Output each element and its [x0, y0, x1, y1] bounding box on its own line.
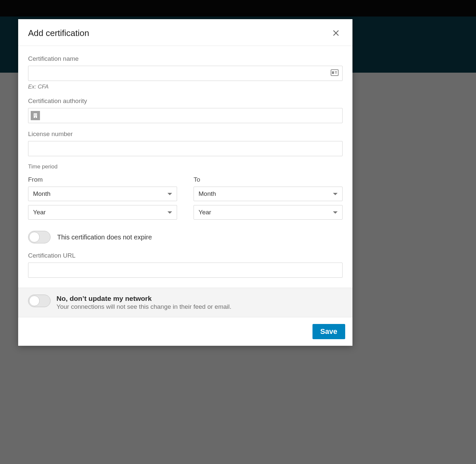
save-button[interactable]: Save — [312, 324, 345, 339]
to-year-select[interactable]: Year — [194, 205, 343, 220]
chevron-down-icon — [333, 193, 338, 195]
certification-authority-input-wrap — [28, 108, 343, 123]
from-column: From Month Year — [28, 176, 177, 224]
certification-name-hint: Ex: CFA — [28, 84, 343, 90]
certification-url-label: Certification URL — [28, 252, 343, 259]
to-month-select[interactable]: Month — [194, 187, 343, 201]
from-month-value: Month — [33, 190, 51, 197]
time-period-label: Time period — [28, 163, 343, 170]
certification-authority-field: Certification authority — [28, 97, 343, 123]
svg-rect-10 — [36, 115, 36, 116]
modal-header: Add certification — [18, 19, 352, 46]
license-number-field: License number — [28, 130, 343, 156]
network-update-head: No, don’t update my network — [56, 295, 232, 303]
toggle-knob — [29, 232, 40, 242]
network-update-text: No, don’t update my network Your connect… — [56, 295, 232, 310]
modal-title: Add certification — [28, 28, 89, 38]
network-update-toggle[interactable] — [28, 295, 51, 307]
to-year-value: Year — [199, 209, 211, 216]
license-number-input[interactable] — [28, 141, 343, 156]
certification-name-field: Certification name Ex: CFA — [28, 55, 343, 90]
certification-name-input-wrap — [28, 66, 343, 81]
chevron-down-icon — [333, 211, 338, 214]
svg-rect-9 — [34, 115, 35, 116]
from-year-value: Year — [33, 209, 46, 216]
time-period-row: From Month Year To Month — [28, 176, 343, 224]
no-expire-toggle[interactable] — [28, 231, 51, 243]
no-expire-label: This certification does not expire — [57, 233, 152, 241]
no-expire-row: This certification does not expire — [28, 231, 343, 243]
to-label: To — [194, 176, 343, 183]
to-column: To Month Year — [194, 176, 343, 224]
svg-rect-3 — [332, 71, 334, 74]
network-update-section: No, don’t update my network Your connect… — [18, 288, 352, 317]
close-button[interactable] — [329, 26, 343, 40]
building-icon — [31, 111, 40, 120]
modal-body: Certification name Ex: CFA Certification… — [18, 46, 352, 288]
certification-name-input[interactable] — [28, 66, 343, 81]
close-icon — [332, 29, 340, 37]
certification-authority-input[interactable] — [28, 108, 343, 123]
svg-rect-8 — [36, 114, 36, 115]
chevron-down-icon — [167, 211, 172, 214]
network-update-sub: Your connections will not see this chang… — [56, 303, 232, 310]
from-year-select[interactable]: Year — [28, 205, 177, 220]
certification-authority-label: Certification authority — [28, 97, 343, 105]
certification-name-label: Certification name — [28, 55, 343, 62]
toggle-knob — [29, 296, 40, 306]
certification-url-input[interactable] — [28, 263, 343, 278]
modal-footer: Save — [18, 317, 352, 346]
certification-url-field: Certification URL — [28, 252, 343, 278]
add-certification-modal: Add certification Certification name — [18, 19, 352, 346]
chevron-down-icon — [167, 193, 172, 195]
svg-rect-11 — [35, 117, 36, 118]
from-label: From — [28, 176, 177, 183]
to-month-value: Month — [199, 190, 216, 197]
id-card-icon — [331, 69, 339, 77]
time-period-section: Time period From Month Year To — [28, 163, 343, 224]
svg-rect-7 — [34, 114, 35, 115]
from-month-select[interactable]: Month — [28, 187, 177, 201]
license-number-label: License number — [28, 130, 343, 138]
